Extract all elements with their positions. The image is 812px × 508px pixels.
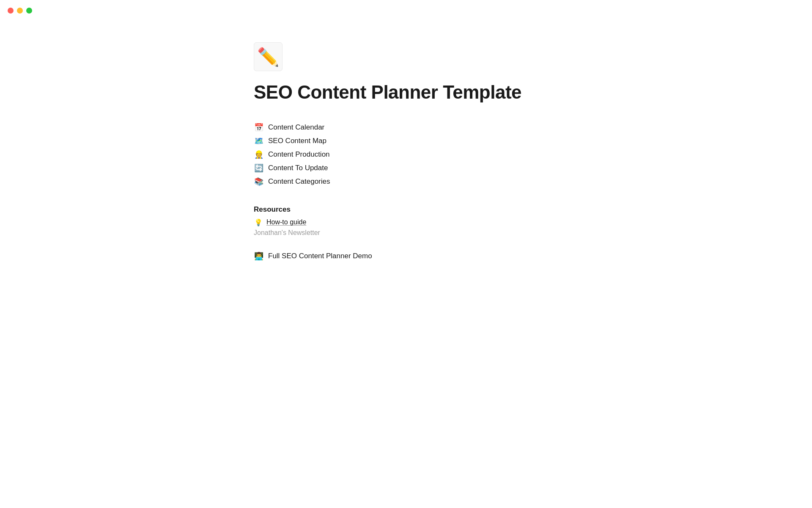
close-button[interactable] xyxy=(8,8,14,14)
newsletter-text: Jonathan's Newsletter xyxy=(254,229,320,237)
page-icon-emoji: ✏️ xyxy=(257,47,279,67)
content-categories-label: Content Categories xyxy=(268,177,330,186)
content-production-icon: 👷 xyxy=(254,150,264,159)
how-to-guide-icon: 💡 xyxy=(254,218,263,226)
newsletter-item: Jonathan's Newsletter xyxy=(254,228,558,238)
page-title: SEO Content Planner Template xyxy=(254,81,558,104)
nav-item-content-calendar[interactable]: 📅 Content Calendar xyxy=(254,121,558,134)
nav-item-content-production[interactable]: 👷 Content Production xyxy=(254,148,558,161)
demo-label: Full SEO Content Planner Demo xyxy=(268,252,372,260)
seo-content-map-icon: 🗺️ xyxy=(254,136,264,146)
nav-item-seo-content-map[interactable]: 🗺️ SEO Content Map xyxy=(254,134,558,148)
demo-item[interactable]: 👨‍💻 Full SEO Content Planner Demo xyxy=(254,251,558,261)
how-to-guide-link[interactable]: How-to guide xyxy=(266,218,306,226)
nav-list: 📅 Content Calendar 🗺️ SEO Content Map 👷 … xyxy=(254,121,558,188)
seo-content-map-label: SEO Content Map xyxy=(268,137,326,145)
content-to-update-label: Content To Update xyxy=(268,164,328,172)
page-icon: ✏️ xyxy=(254,42,283,71)
resources-heading: Resources xyxy=(254,205,558,214)
resources-section: Resources 💡 How-to guide Jonathan's News… xyxy=(254,205,558,238)
minimize-button[interactable] xyxy=(17,8,23,14)
content-production-label: Content Production xyxy=(268,150,330,159)
traffic-lights xyxy=(8,8,32,14)
maximize-button[interactable] xyxy=(26,8,32,14)
nav-item-content-categories[interactable]: 📚 Content Categories xyxy=(254,175,558,188)
demo-section: 👨‍💻 Full SEO Content Planner Demo xyxy=(254,251,558,261)
page-container: ✏️ SEO Content Planner Template 📅 Conten… xyxy=(254,42,558,261)
content-to-update-icon: 🔄 xyxy=(254,163,264,173)
nav-item-content-to-update[interactable]: 🔄 Content To Update xyxy=(254,161,558,175)
demo-icon: 👨‍💻 xyxy=(254,251,264,261)
content-calendar-label: Content Calendar xyxy=(268,123,324,132)
content-categories-icon: 📚 xyxy=(254,177,264,186)
main-content: ✏️ SEO Content Planner Template 📅 Conten… xyxy=(0,0,812,261)
content-calendar-icon: 📅 xyxy=(254,123,264,132)
how-to-guide-item[interactable]: 💡 How-to guide xyxy=(254,217,558,228)
